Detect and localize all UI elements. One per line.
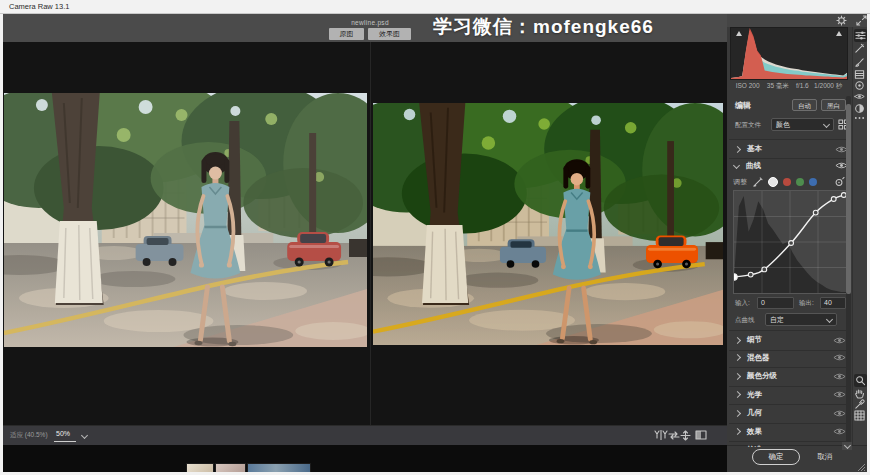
profile-label: 配置文件	[735, 121, 761, 130]
zoom-tool-icon[interactable]	[855, 375, 866, 386]
tone-curve-plot	[734, 191, 846, 293]
point-curve-chevron-icon	[826, 316, 833, 323]
curve-channel-red[interactable]	[783, 178, 791, 186]
zoom-fit-option[interactable]: 适应 (40.5%)	[10, 431, 48, 440]
filename: newline.psd	[300, 19, 440, 26]
curve-output-label: 输出:	[799, 299, 814, 308]
point-curve-dropdown[interactable]: 自定	[765, 313, 837, 326]
curve-label: 曲线	[746, 161, 761, 171]
expand-icon[interactable]	[856, 15, 867, 26]
exif-metadata: ISO 200 35 毫米 f/1.6 1/2000 秒	[727, 82, 851, 91]
section-curve[interactable]: 曲线	[729, 158, 848, 173]
swap-settings-icon[interactable]	[668, 431, 680, 440]
color-mixer-eye-icon[interactable]	[833, 353, 846, 362]
cancel-button[interactable]: 取消	[817, 452, 832, 462]
ok-button[interactable]: 确定	[752, 449, 800, 465]
basic-chevron-icon	[734, 145, 741, 152]
beforeafter-view-icon[interactable]	[654, 430, 668, 440]
filmstrip-strip	[3, 445, 727, 472]
adjustment-brush-icon[interactable]	[854, 57, 865, 68]
curve-channel-blue[interactable]	[809, 178, 817, 186]
shadow-clipping-icon[interactable]	[736, 31, 742, 36]
adjust-label: 调整	[733, 177, 747, 187]
optics-eye-icon[interactable]	[833, 390, 846, 399]
profile-value: 颜色	[776, 120, 790, 130]
curve-editor[interactable]	[733, 190, 847, 294]
panel-scrollbar-thumb[interactable]	[846, 104, 851, 294]
histogram-box[interactable]	[730, 27, 848, 80]
watermark-text: 学习微信：mofengke66	[433, 14, 654, 40]
targeted-adjustment-icon[interactable]	[833, 177, 845, 188]
radial-filter-icon[interactable]	[854, 80, 865, 91]
profile-dropdown[interactable]: 颜色	[771, 118, 834, 131]
section-basic[interactable]: 基本	[729, 139, 848, 159]
window-title: Camera Raw 13.1	[9, 2, 69, 11]
window-titlebar[interactable]: Camera Raw 13.1	[0, 0, 870, 14]
point-curve-pencil-icon[interactable]	[752, 177, 763, 188]
color-sampler-icon[interactable]	[854, 399, 865, 410]
bottom-bar	[3, 425, 727, 446]
point-curve-value: 自定	[770, 315, 784, 325]
color-grading-eye-icon[interactable]	[833, 372, 846, 381]
curve-channel-white[interactable]	[768, 177, 778, 187]
curve-input-field[interactable]: 0	[757, 297, 794, 309]
curve-input-label: 输入:	[735, 299, 750, 308]
gear-icon[interactable]	[836, 15, 847, 26]
section-detail[interactable]: 细节	[729, 330, 846, 351]
camera-raw-window: newline.psd 学习微信：mofengke66 原图 效果图 适应 (4…	[0, 0, 870, 475]
section-color-mixer[interactable]: 混色器	[729, 349, 846, 369]
copy-settings-icon[interactable]	[680, 430, 691, 441]
section-optics[interactable]: 光学	[729, 386, 846, 406]
zoom-level-value[interactable]: 50%	[56, 430, 70, 437]
profile-chevron-icon	[823, 121, 830, 128]
curve-chevron-icon	[733, 162, 740, 169]
histogram-plot	[731, 28, 847, 79]
effects-eye-icon[interactable]	[833, 427, 846, 436]
spot-removal-icon[interactable]	[854, 43, 865, 54]
section-color-grading[interactable]: 颜色分级	[729, 367, 846, 387]
split-view-icon[interactable]	[695, 430, 707, 440]
curve-channel-green[interactable]	[796, 178, 804, 186]
resize-grip-icon[interactable]	[856, 462, 866, 472]
graduated-filter-icon[interactable]	[854, 69, 865, 80]
curve-output-field[interactable]: 40	[820, 297, 846, 309]
auto-button[interactable]: 自动	[792, 99, 817, 111]
panel-sections: 细节 混色器 颜色分级 光学 几何 效果 校准	[727, 330, 848, 447]
section-calibration[interactable]: 校准	[729, 441, 846, 447]
hand-tool-icon[interactable]	[854, 388, 865, 399]
edit-sliders-icon[interactable]	[855, 30, 866, 41]
detail-eye-icon[interactable]	[833, 336, 846, 345]
bw-button[interactable]: 黑白	[821, 99, 846, 111]
tab-original[interactable]: 原图	[329, 28, 364, 40]
after-photo[interactable]	[373, 103, 723, 345]
red-eye-icon[interactable]	[854, 91, 865, 102]
geometry-eye-icon[interactable]	[833, 409, 846, 418]
highlight-clipping-icon[interactable]	[836, 31, 842, 36]
presets-icon[interactable]	[854, 103, 865, 114]
zoom-underline	[54, 441, 76, 442]
basic-label: 基本	[747, 144, 762, 154]
more-tools-icon[interactable]	[854, 115, 865, 121]
tab-result[interactable]: 效果图	[368, 28, 411, 40]
point-curve-label: 点曲线	[735, 316, 755, 325]
frame-left	[0, 13, 3, 475]
before-photo[interactable]	[4, 93, 367, 347]
section-geometry[interactable]: 几何	[729, 404, 846, 424]
preview-divider	[370, 42, 371, 425]
section-effects[interactable]: 效果	[729, 423, 846, 443]
scrollbar-down-arrow[interactable]	[842, 442, 852, 450]
grid-overlay-icon[interactable]	[854, 410, 865, 421]
edit-panel-title: 编辑	[735, 100, 751, 111]
